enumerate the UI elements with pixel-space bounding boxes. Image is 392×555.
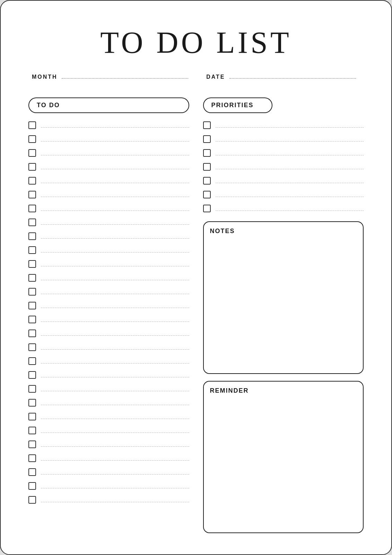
- todo-item: [28, 480, 189, 492]
- todo-checkbox[interactable]: [28, 246, 36, 254]
- priority-item: [203, 189, 364, 200]
- todo-section-label: TO DO: [37, 102, 60, 109]
- todo-item: [28, 161, 189, 173]
- priorities-section-header: PRIORITIES: [203, 97, 272, 113]
- priority-checkbox[interactable]: [203, 135, 211, 143]
- todo-line: [41, 164, 189, 169]
- todo-checkbox[interactable]: [28, 343, 36, 351]
- todo-checkbox[interactable]: [28, 371, 36, 379]
- priority-line: [216, 178, 364, 183]
- todo-line: [41, 456, 189, 461]
- todo-item: [28, 355, 189, 367]
- todo-section-header: TO DO: [28, 97, 189, 113]
- priority-line: [216, 164, 364, 169]
- todo-item: [28, 300, 189, 311]
- todo-item: [28, 494, 189, 506]
- date-line: [229, 75, 356, 79]
- reminder-section: REMINDER: [203, 381, 364, 533]
- todo-item: [28, 272, 189, 284]
- todo-item: [28, 119, 189, 131]
- todo-line: [41, 359, 189, 364]
- todo-checkbox[interactable]: [28, 399, 36, 407]
- priority-checkbox[interactable]: [203, 177, 211, 185]
- todo-checkbox[interactable]: [28, 496, 36, 504]
- todo-checkbox[interactable]: [28, 191, 36, 198]
- todo-line: [41, 151, 189, 155]
- date-label: DATE: [206, 74, 225, 80]
- todo-item: [28, 286, 189, 298]
- reminder-label: REMINDER: [210, 387, 357, 394]
- priority-line: [216, 123, 364, 128]
- todo-item: [28, 147, 189, 159]
- priority-checkbox[interactable]: [203, 149, 211, 157]
- todo-line: [41, 428, 189, 433]
- priority-item: [203, 147, 364, 159]
- todo-checkbox[interactable]: [28, 357, 36, 365]
- todo-checkbox[interactable]: [28, 149, 36, 157]
- todo-checkbox[interactable]: [28, 177, 36, 185]
- todo-item: [28, 411, 189, 422]
- todo-column: TO DO: [28, 97, 189, 533]
- priority-item: [203, 175, 364, 187]
- todo-item: [28, 203, 189, 214]
- todo-line: [41, 262, 189, 266]
- todo-line: [41, 470, 189, 475]
- todo-line: [41, 442, 189, 447]
- todo-checkbox[interactable]: [28, 302, 36, 309]
- todo-checkbox[interactable]: [28, 454, 36, 462]
- todo-line: [41, 373, 189, 377]
- todo-checkbox[interactable]: [28, 413, 36, 420]
- month-line: [62, 75, 188, 79]
- todo-item: [28, 230, 189, 242]
- todo-item: [28, 438, 189, 450]
- todo-item: [28, 175, 189, 187]
- todo-checkbox[interactable]: [28, 288, 36, 296]
- todo-checkbox[interactable]: [28, 121, 36, 129]
- priority-checkbox[interactable]: [203, 205, 211, 212]
- todo-checkbox[interactable]: [28, 482, 36, 490]
- todo-line: [41, 178, 189, 183]
- todo-line: [41, 206, 189, 211]
- todo-checkbox[interactable]: [28, 385, 36, 393]
- todo-checkbox[interactable]: [28, 274, 36, 282]
- notes-label: NOTES: [210, 228, 357, 235]
- priority-line: [216, 192, 364, 197]
- todo-checkbox[interactable]: [28, 468, 36, 476]
- todo-line: [41, 303, 189, 308]
- todo-line: [41, 414, 189, 419]
- priority-line: [216, 151, 364, 155]
- todo-checkbox[interactable]: [28, 260, 36, 268]
- todo-item: [28, 216, 189, 228]
- todo-checkbox[interactable]: [28, 316, 36, 323]
- page-title: TO DO LIST: [28, 25, 364, 60]
- priority-item: [203, 119, 364, 131]
- priority-checkbox[interactable]: [203, 121, 211, 129]
- todo-item: [28, 425, 189, 436]
- todo-item: [28, 383, 189, 395]
- priorities-list: [203, 119, 364, 214]
- todo-checkbox[interactable]: [28, 163, 36, 171]
- todo-line: [41, 234, 189, 239]
- todo-checkbox[interactable]: [28, 135, 36, 143]
- todo-item: [28, 244, 189, 256]
- todo-checkbox[interactable]: [28, 205, 36, 212]
- todo-checkbox[interactable]: [28, 441, 36, 448]
- todo-line: [41, 275, 189, 280]
- todo-checkbox[interactable]: [28, 427, 36, 434]
- priority-line: [216, 206, 364, 211]
- todo-line: [41, 331, 189, 336]
- todo-item: [28, 369, 189, 381]
- todo-line: [41, 248, 189, 253]
- priority-checkbox[interactable]: [203, 163, 211, 171]
- todo-line: [41, 192, 189, 197]
- todo-checkbox[interactable]: [28, 330, 36, 337]
- priority-item: [203, 203, 364, 214]
- priority-checkbox[interactable]: [203, 191, 211, 198]
- right-column: PRIORITIES NOTES REMINDER: [203, 97, 364, 533]
- todo-item: [28, 341, 189, 353]
- todo-item: [28, 258, 189, 270]
- todo-checkbox[interactable]: [28, 232, 36, 240]
- todo-checkbox[interactable]: [28, 219, 36, 226]
- todo-line: [41, 497, 189, 502]
- todo-line: [41, 137, 189, 142]
